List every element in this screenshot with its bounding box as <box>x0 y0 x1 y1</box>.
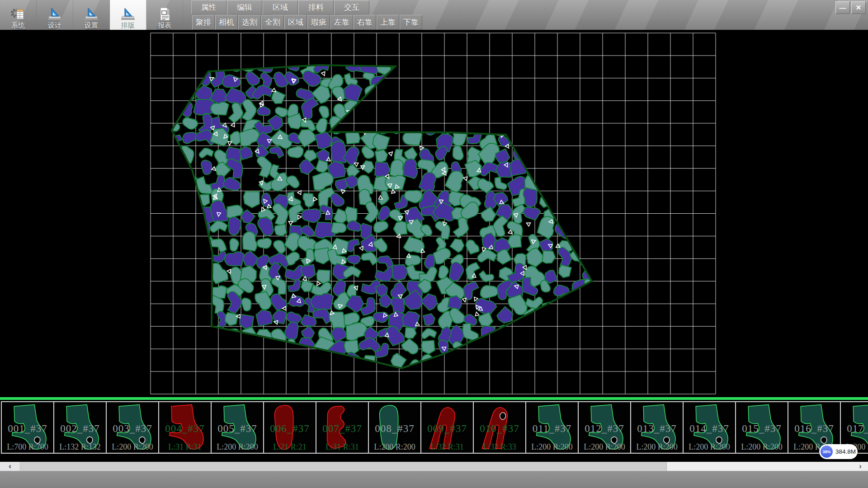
module-nesting[interactable]: 排版 <box>110 0 146 30</box>
scroll-left-button[interactable]: ‹ <box>0 462 20 471</box>
part-size: L:132 R:132 <box>54 442 106 452</box>
module-label: 排版 <box>121 21 135 30</box>
part-id: 009_#37 <box>421 423 473 435</box>
strip-top-divider <box>0 397 868 400</box>
nesting-application-window: 系统 设计 设置 排版 报表 属性编辑区域排料交互 聚排相机选割全割区域瑕疵左靠… <box>0 0 868 488</box>
part-size: L:200 R:200 <box>212 442 263 452</box>
part-id: 007_#37 <box>316 423 368 435</box>
part-id: 008_#37 <box>369 423 420 435</box>
tool-row: 聚排相机选割全割区域瑕疵左靠右靠上靠下靠 <box>192 15 423 30</box>
part-size: L:200 R:200 <box>579 442 630 452</box>
scroll-right-button[interactable]: › <box>853 462 868 471</box>
scrollbar-thumb[interactable] <box>20 462 667 471</box>
part-thumbnail[interactable]: 008_#37L:200 R:200 <box>368 401 421 454</box>
tool-button-1[interactable]: 相机 <box>215 15 238 30</box>
part-size: L:33 R:33 <box>474 442 525 452</box>
module-report[interactable]: 报表 <box>146 0 183 30</box>
part-size: L:200 R:200 <box>736 442 788 452</box>
part-thumbnail[interactable]: 013_#37L:200 R:200 <box>630 401 684 454</box>
toolbar: 系统 设计 设置 排版 报表 属性编辑区域排料交互 聚排相机选割全割区域瑕疵左靠… <box>0 0 868 30</box>
part-thumbnail[interactable]: 014_#37L:200 R:200 <box>683 401 736 454</box>
module-system[interactable]: 系统 <box>0 0 37 30</box>
menu-tab-2[interactable]: 区域 <box>263 0 298 14</box>
module-label: 设计 <box>48 21 61 30</box>
part-size: L:31 R:31 <box>159 442 211 452</box>
menu-tab-0[interactable]: 属性 <box>191 0 226 14</box>
menu-tab-1[interactable]: 编辑 <box>227 0 262 14</box>
parts-strip: 001_#37L:700 R:700002_#37L:132 R:132003_… <box>1 401 868 454</box>
part-id: 011_#37 <box>526 423 578 435</box>
part-id: 001_#37 <box>2 423 53 435</box>
part-thumbnail[interactable]: 005_#37L:200 R:200 <box>211 401 264 454</box>
part-size: L:21 R:21 <box>264 442 316 452</box>
design-icon <box>47 0 62 21</box>
tool-button-9[interactable]: 下靠 <box>400 15 422 30</box>
minimize-button[interactable]: — <box>835 1 850 14</box>
close-button[interactable]: ✕ <box>851 1 866 14</box>
part-id: 013_#37 <box>631 423 683 435</box>
part-thumbnail[interactable]: 010_#37L:33 R:33 <box>473 401 526 454</box>
tool-button-0[interactable]: 聚排 <box>192 15 215 30</box>
module-label: 设置 <box>85 21 98 30</box>
progress-badge[interactable]: 38% 384.8M <box>819 444 858 459</box>
module-settings[interactable]: 设置 <box>73 0 110 30</box>
window-bottom-frame <box>0 471 868 488</box>
part-thumbnail[interactable]: 015_#37L:200 R:200 <box>735 401 788 454</box>
part-thumbnail[interactable]: 004_#37L:31 R:31 <box>158 401 212 454</box>
canvas-drawing <box>0 30 868 397</box>
tool-button-6[interactable]: 左靠 <box>330 15 353 30</box>
part-thumbnail[interactable]: 003_#37L:200 R:200 <box>106 401 159 454</box>
part-thumbnail[interactable]: 002_#37L:132 R:132 <box>53 401 107 454</box>
part-thumbnail[interactable]: 007_#37L:31 R:31 <box>316 401 369 454</box>
menu-tab-4[interactable]: 交互 <box>334 0 369 14</box>
part-id: 017_#37 <box>841 423 868 435</box>
module-label: 系统 <box>11 21 25 30</box>
part-thumbnail[interactable]: 009_#37L:32 R:31 <box>420 401 474 454</box>
part-thumbnail[interactable]: 012_#37L:200 R:200 <box>578 401 631 454</box>
part-id: 016_#37 <box>788 423 840 435</box>
tool-button-7[interactable]: 右靠 <box>354 15 376 30</box>
system-icon <box>10 0 26 21</box>
part-size: L:32 R:31 <box>421 442 473 452</box>
part-thumbnail[interactable]: 006_#37L:21 R:21 <box>263 401 316 454</box>
progress-percent: 38% <box>821 446 833 458</box>
tool-button-3[interactable]: 全割 <box>261 15 284 30</box>
nesting-canvas[interactable] <box>0 30 868 397</box>
part-thumbnail[interactable]: 011_#37L:200 R:200 <box>525 401 579 454</box>
part-id: 002_#37 <box>54 423 106 435</box>
menu-row: 属性编辑区域排料交互 <box>191 0 370 14</box>
tool-button-2[interactable]: 选割 <box>238 15 261 30</box>
part-id: 010_#37 <box>474 423 525 435</box>
part-id: 005_#37 <box>212 423 263 435</box>
part-id: 004_#37 <box>159 423 211 435</box>
part-size: L:200 R:200 <box>369 442 420 452</box>
tool-button-8[interactable]: 上靠 <box>377 15 399 30</box>
part-size: L:31 R:31 <box>316 442 368 452</box>
part-id: 014_#37 <box>684 423 735 435</box>
part-size: L:200 R:200 <box>526 442 578 452</box>
horizontal-scrollbar[interactable]: ‹ › <box>0 462 868 471</box>
window-controls: — ✕ <box>835 1 866 14</box>
part-id: 006_#37 <box>264 423 316 435</box>
part-size: L:700 R:700 <box>2 442 53 452</box>
module-bar: 系统 设计 设置 排版 报表 <box>0 0 183 30</box>
part-size: L:200 R:200 <box>684 442 735 452</box>
part-id: 015_#37 <box>736 423 788 435</box>
part-id: 003_#37 <box>107 423 158 435</box>
settings-icon <box>84 0 99 21</box>
menu-tab-3[interactable]: 排料 <box>298 0 334 14</box>
part-size: L:200 R:200 <box>631 442 683 452</box>
tool-button-5[interactable]: 瑕疵 <box>307 15 330 30</box>
part-size: L:200 R:200 <box>107 442 158 452</box>
part-thumbnail[interactable]: 001_#37L:700 R:700 <box>1 401 54 454</box>
report-icon <box>157 0 172 21</box>
memory-usage: 384.8M <box>835 448 856 455</box>
nesting-icon <box>120 0 136 21</box>
tool-button-4[interactable]: 区域 <box>284 15 307 30</box>
module-label: 报表 <box>158 21 171 30</box>
module-design[interactable]: 设计 <box>37 0 73 30</box>
part-id: 012_#37 <box>579 423 630 435</box>
